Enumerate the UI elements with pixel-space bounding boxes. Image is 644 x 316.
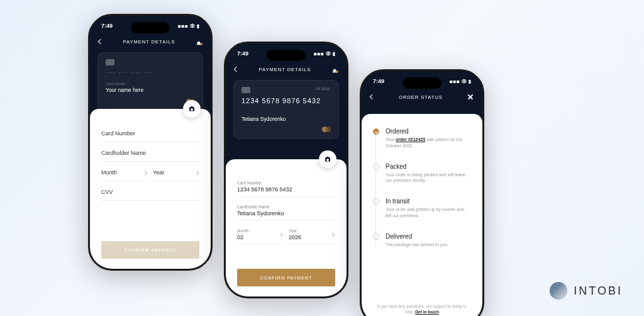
get-in-touch-link[interactable]: Get in touch: [415, 310, 439, 314]
field-label: CVV: [101, 189, 199, 195]
card-chip-icon: [106, 59, 114, 65]
status-step-packed: Packed Your order is being packed and wi…: [373, 163, 471, 184]
phone-mockup-payment-empty: 7:49 ▪▪▪ ⦿ ▮ PAYMENT DETAILS ···· ···· ·…: [88, 14, 213, 271]
brand-logo: INTOBI: [550, 282, 623, 300]
card-number: 1234 5678 9876 5432: [242, 97, 331, 104]
status-sheet: Ordered Your order #212423 was placed on…: [362, 114, 482, 316]
step-title: Packed: [386, 163, 467, 170]
field-label: Month: [101, 169, 148, 176]
cardholder-name-field[interactable]: Cardholder Name Tetiana Sydorenko: [237, 201, 335, 221]
cardholder-placeholder: Your name here: [106, 87, 195, 93]
card-expiry: 02 2026: [316, 87, 330, 91]
status-indicators: ▪▪▪ ⦿ ▮: [313, 51, 335, 57]
month-field[interactable]: Month: [101, 166, 148, 181]
step-indicator-icon: [373, 198, 379, 205]
cardholder-name: Tetiana Sydorenko: [242, 116, 331, 122]
help-text: If you have any questions, our support i…: [374, 303, 470, 316]
field-label: Year: [153, 169, 199, 176]
year-field[interactable]: Year: [153, 166, 199, 181]
step-description: Your order is being packed and will leav…: [386, 172, 467, 184]
close-icon[interactable]: [467, 94, 474, 100]
device-notch: [402, 77, 441, 89]
field-label: Card Number: [101, 130, 199, 137]
cvv-field[interactable]: CVV: [101, 185, 199, 201]
wifi-icon: ⦿: [190, 23, 195, 29]
field-value: 02: [237, 234, 284, 240]
field-value: 2026: [289, 234, 335, 240]
battery-icon: ▮: [333, 51, 335, 57]
screen-title: PAYMENT DETAILS: [103, 39, 196, 45]
wifi-icon: ⦿: [326, 51, 331, 57]
cardholder-name-field[interactable]: Cardholder Name: [101, 146, 199, 162]
bell-icon[interactable]: [331, 66, 338, 72]
step-indicator-icon: [373, 164, 379, 170]
step-title: In transit: [386, 198, 467, 205]
step-description: Your order #212423 was placed on 1st Oct…: [386, 137, 467, 149]
phone-mockup-payment-filled: 7:49 ▪▪▪ ⦿ ▮ PAYMENT DETAILS 02 2026 123…: [224, 42, 348, 298]
status-time: 7:49: [237, 50, 248, 57]
status-step-transit: In transit Your order was picked up by c…: [373, 198, 471, 219]
screen-header: PAYMENT DETAILS: [226, 64, 347, 77]
field-value: Tetiana Sydorenko: [237, 210, 335, 217]
field-label: Cardholder Name: [101, 150, 199, 156]
status-time: 7:49: [101, 23, 113, 29]
year-field[interactable]: Year 2026: [289, 225, 335, 245]
camera-scan-button[interactable]: [183, 100, 201, 118]
card-number-field[interactable]: Card Number 1234 5678 9876 5432: [237, 177, 335, 197]
status-indicators: ▪▪▪ ⦿ ▮: [177, 23, 199, 29]
step-description: The package has arrived to you.: [386, 242, 448, 248]
step-title: Delivered: [386, 233, 448, 240]
status-time: 7:49: [373, 78, 384, 84]
confirm-payment-button[interactable]: CONFIRM PAYMENT: [101, 241, 199, 259]
card-number-placeholder: ···· ···· ···· ····: [106, 69, 195, 76]
status-indicators: ▪▪▪ ⦿ ▮: [449, 79, 471, 84]
status-step-delivered: Delivered The package has arrived to you…: [373, 233, 471, 248]
status-step-ordered: Ordered Your order #212423 was placed on…: [373, 128, 471, 149]
cardholder-label: Card holder: [106, 82, 195, 86]
bell-icon[interactable]: [196, 38, 202, 45]
device-notch: [131, 22, 170, 33]
field-label: Year: [289, 229, 335, 233]
battery-icon: ▮: [469, 79, 471, 84]
field-label: Card Number: [237, 181, 335, 185]
credit-card-preview: 02 2026 1234 5678 9876 5432 Tetiana Sydo…: [233, 80, 339, 139]
phone-mockup-order-status: 7:49 ▪▪▪ ⦿ ▮ ORDER STATUS Ordered: [360, 69, 484, 316]
step-description: Your order was picked up by courier and …: [386, 206, 467, 219]
field-label: Month: [237, 229, 284, 233]
step-indicator-icon: [373, 234, 379, 240]
brand-logo-text: INTOBI: [574, 285, 623, 298]
form-sheet: Card Number Cardholder Name Month Year: [90, 109, 211, 269]
step-title: Ordered: [386, 128, 467, 135]
timeline-line: [375, 133, 376, 246]
battery-icon: ▮: [197, 23, 199, 29]
device-notch: [267, 50, 306, 61]
signal-icon: ▪▪▪: [313, 51, 323, 57]
camera-scan-button[interactable]: [319, 150, 336, 168]
card-chip-icon: [242, 87, 250, 93]
field-label: Cardholder Name: [237, 205, 335, 209]
screen-header: ORDER STATUS: [362, 91, 482, 105]
signal-icon: ▪▪▪: [449, 79, 459, 84]
screen-title: ORDER STATUS: [374, 94, 467, 100]
brand-logo-icon: [550, 282, 567, 300]
step-indicator-done-icon: [373, 128, 379, 135]
phone-mockups-row: 7:49 ▪▪▪ ⦿ ▮ PAYMENT DETAILS ···· ···· ·…: [88, 14, 484, 316]
wifi-icon: ⦿: [462, 79, 467, 84]
screen-title: PAYMENT DETAILS: [238, 67, 331, 72]
mastercard-icon: [322, 127, 331, 132]
screen-header: PAYMENT DETAILS: [90, 36, 211, 50]
card-number-field[interactable]: Card Number: [101, 127, 199, 142]
order-number-link[interactable]: order #212423: [396, 137, 425, 142]
signal-icon: ▪▪▪: [177, 23, 187, 29]
month-field[interactable]: Month 02: [237, 225, 284, 245]
form-sheet: Card Number 1234 5678 9876 5432 Cardhold…: [226, 159, 347, 296]
confirm-payment-button[interactable]: CONFIRM PAYMENT: [237, 269, 335, 286]
field-value: 1234 5678 9876 5432: [237, 186, 335, 193]
